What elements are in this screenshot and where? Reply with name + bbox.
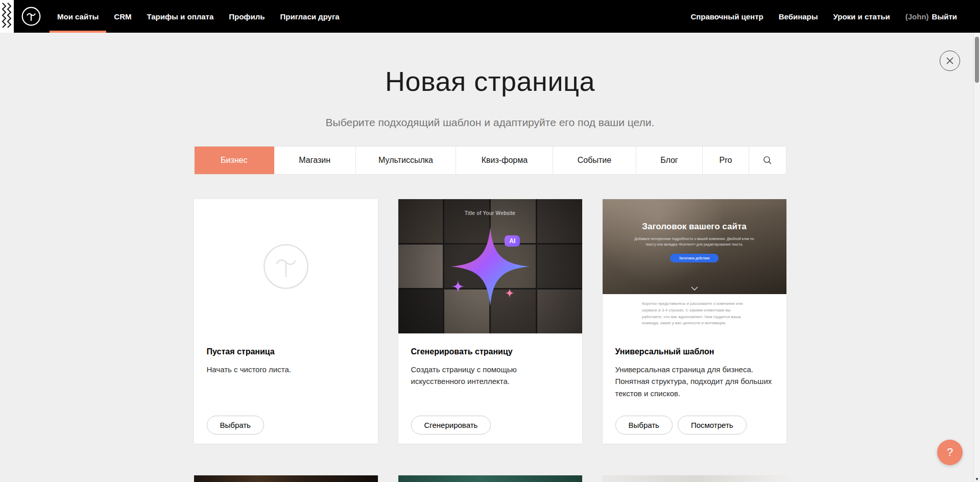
ai-small-sparkle-icon-2	[505, 288, 515, 298]
navbar-right-menu: Справочный центр Вебинары Уроки и статьи…	[683, 0, 980, 33]
tab-search[interactable]	[749, 147, 786, 174]
nav-item-invite-friend[interactable]: Пригласи друга	[272, 0, 347, 33]
nav-item-crm[interactable]: CRM	[106, 0, 139, 33]
tab-blog[interactable]: Блог	[636, 147, 703, 174]
tab-store[interactable]: Магазин	[274, 147, 356, 174]
template-card-partial-2[interactable]	[398, 475, 582, 482]
ai-sparkle-icon	[447, 224, 533, 309]
navbar-left-menu: Мои сайты CRM Тарифы и оплата Профиль Пр…	[50, 0, 347, 33]
nav-item-my-sites[interactable]: Мои сайты	[50, 0, 106, 33]
tilda-logo[interactable]	[14, 0, 50, 33]
preview-hero-title: Заголовок вашего сайта	[642, 222, 746, 232]
preview-body-text: Коротко представьтесь и расскажите о ком…	[642, 301, 747, 327]
tilda-logo-watermark-icon	[261, 242, 310, 291]
help-button[interactable]: ?	[937, 440, 963, 465]
close-button[interactable]	[940, 51, 960, 71]
ai-generate-preview[interactable]: Title of Your Website	[398, 199, 582, 333]
blank-card-body: Пустая страница Начать с чистого листа. …	[194, 333, 378, 444]
ai-small-sparkle-icon	[451, 280, 465, 293]
ai-card-description: Создать страницу с помощью искусственног…	[411, 364, 569, 388]
preview-cta-button: Заголовок действия	[670, 254, 718, 262]
template-card-partial-3[interactable]	[603, 475, 786, 482]
preview-body-section: Коротко представьтесь и расскажите о ком…	[603, 294, 786, 333]
scrollbar-track[interactable]: ▼	[973, 33, 980, 482]
card-ai-generate[interactable]: Title of Your Website	[398, 199, 582, 444]
universal-card-title: Универсальный шаблон	[615, 347, 774, 356]
nav-item-pricing[interactable]: Тарифы и оплата	[139, 0, 221, 33]
page-subtitle: Выберите подходящий шаблон и адаптируйте…	[0, 116, 980, 129]
scroll-down-arrow[interactable]: ▼	[974, 477, 980, 481]
new-page-dialog: Новая страница Выберите подходящий шабло…	[0, 33, 980, 482]
preview-universal-button[interactable]: Посмотреть	[678, 416, 747, 435]
preview-hero: Заголовок вашего сайта Добавьте интересн…	[603, 199, 786, 294]
template-category-tabs: Бизнес Магазин Мультиссылка Квиз-форма С…	[194, 146, 786, 175]
preview-hero-subtitle: Добавьте интересные подробности о вашей …	[630, 236, 759, 248]
card-blank-page[interactable]: Пустая страница Начать с чистого листа. …	[194, 199, 378, 444]
template-card-partial-1[interactable]	[194, 475, 378, 482]
ai-preview-site-title: Title of Your Website	[398, 210, 582, 216]
nav-item-profile[interactable]: Профиль	[221, 0, 272, 33]
nav-item-tutorials[interactable]: Уроки и статьи	[826, 0, 898, 33]
chevron-down-icon	[691, 286, 698, 291]
logout-link[interactable]: (John) Выйти	[898, 0, 965, 33]
scrollbar-thumb[interactable]	[975, 37, 979, 83]
logout-label: Выйти	[932, 12, 957, 21]
universal-card-description: Универсальная страница для бизнеса. Поня…	[615, 364, 774, 399]
tab-business[interactable]: Бизнес	[195, 147, 274, 174]
tab-pro[interactable]: Pro	[703, 147, 749, 174]
universal-card-body: Универсальный шаблон Универсальная стран…	[603, 333, 786, 444]
universal-template-preview[interactable]: Заголовок вашего сайта Добавьте интересн…	[603, 199, 786, 333]
close-icon	[946, 57, 954, 65]
tab-quiz-form[interactable]: Квиз-форма	[456, 147, 553, 174]
ai-badge: AI	[505, 235, 520, 247]
generate-button[interactable]: Сгенерировать	[411, 416, 491, 435]
zigzag-decoration	[0, 0, 14, 33]
tab-multilink[interactable]: Мультиссылка	[356, 147, 457, 174]
template-cards-row-2	[194, 475, 786, 482]
select-universal-button[interactable]: Выбрать	[615, 416, 673, 435]
user-name-label: (John)	[905, 12, 929, 21]
ai-card-body: Сгенерировать страницу Создать страницу …	[398, 333, 582, 444]
blank-card-description: Начать с чистого листа.	[207, 364, 365, 375]
nav-item-webinars[interactable]: Вебинары	[771, 0, 826, 33]
page-title: Новая страница	[0, 65, 980, 97]
ai-card-title: Сгенерировать страницу	[411, 347, 569, 356]
nav-item-help-center[interactable]: Справочный центр	[683, 0, 771, 33]
blank-page-preview[interactable]	[194, 199, 378, 333]
card-universal-template[interactable]: Заголовок вашего сайта Добавьте интересн…	[603, 199, 786, 444]
template-cards-grid: Пустая страница Начать с чистого листа. …	[194, 199, 786, 444]
top-navbar: Мои сайты CRM Тарифы и оплата Профиль Пр…	[0, 0, 980, 33]
blank-card-title: Пустая страница	[207, 347, 365, 356]
select-blank-button[interactable]: Выбрать	[207, 416, 264, 435]
search-icon	[763, 156, 772, 165]
tab-event[interactable]: Событие	[553, 147, 636, 174]
